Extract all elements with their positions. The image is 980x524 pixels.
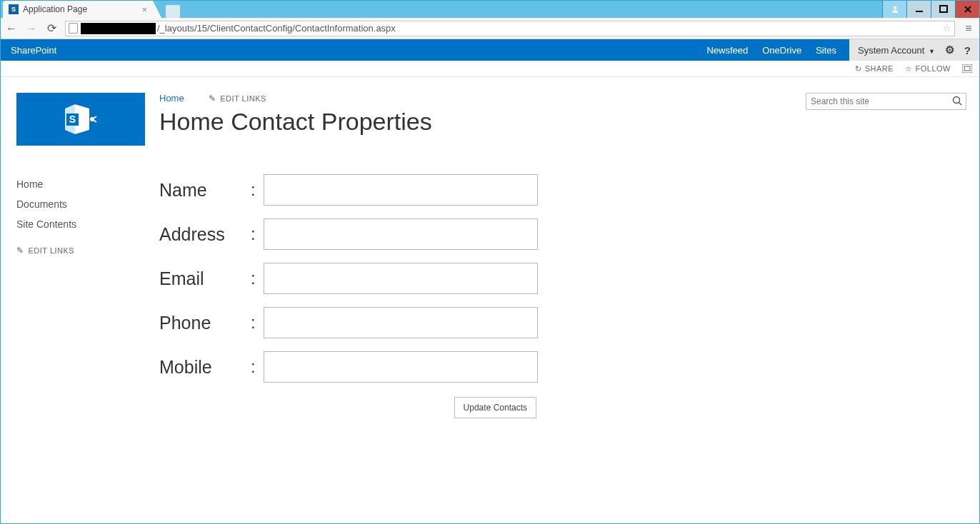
input-name[interactable] xyxy=(264,174,538,206)
url-path: /_layouts/15/ClientContactConfig/Contact… xyxy=(157,23,396,34)
label-email: Email xyxy=(159,268,251,289)
window-maximize-button[interactable] xyxy=(931,1,955,18)
main-content: Home ✎ EDIT LINKS Home Contact Propertie… xyxy=(151,77,979,523)
window-buttons xyxy=(882,1,979,18)
suite-link-sites[interactable]: Sites xyxy=(816,45,836,56)
suite-right-panel: System Account ▼ ⚙ ? xyxy=(849,39,979,61)
input-mobile[interactable] xyxy=(264,351,538,383)
page-icon xyxy=(69,23,78,34)
form-row-email: Email : xyxy=(159,263,966,294)
contact-form: Name : Address : Email : Phone : xyxy=(159,174,966,418)
share-button[interactable]: ↻ SHARE xyxy=(855,64,894,74)
focus-content-icon[interactable] xyxy=(962,64,972,73)
site-logo[interactable]: S xyxy=(16,93,145,146)
form-row-phone: Phone : xyxy=(159,307,966,338)
browser-toolbar: ← → ⟳ /_layouts/15/ClientContactConfig/C… xyxy=(1,18,979,39)
pencil-icon: ✎ xyxy=(209,94,216,104)
follow-label: FOLLOW xyxy=(916,64,951,73)
address-bar[interactable]: /_layouts/15/ClientContactConfig/Contact… xyxy=(65,21,955,36)
svg-rect-1 xyxy=(916,11,923,12)
svg-text:S: S xyxy=(69,114,76,125)
browser-tab[interactable]: S Application Page × xyxy=(3,1,153,18)
quick-launch: Home Documents Site Contents ✎ EDIT LINK… xyxy=(16,174,151,256)
svg-point-0 xyxy=(893,6,896,9)
suite-brand[interactable]: SharePoint xyxy=(11,45,56,56)
form-row-name: Name : xyxy=(159,174,966,206)
help-icon[interactable]: ? xyxy=(964,44,971,56)
topnav-edit-links[interactable]: ✎ EDIT LINKS xyxy=(209,94,266,104)
suite-bar: SharePoint Newsfeed OneDrive Sites Syste… xyxy=(1,39,979,61)
suite-link-newsfeed[interactable]: Newsfeed xyxy=(706,45,748,56)
browser-user-icon[interactable] xyxy=(882,1,906,18)
svg-point-10 xyxy=(954,97,960,104)
nav-item-home[interactable]: Home xyxy=(16,174,151,194)
nav-edit-links-label: EDIT LINKS xyxy=(29,246,75,255)
gear-icon[interactable]: ⚙ xyxy=(945,44,954,56)
input-email[interactable] xyxy=(264,263,538,294)
svg-rect-3 xyxy=(962,64,972,73)
follow-button[interactable]: ☆ FOLLOW xyxy=(905,64,951,74)
topnav-edit-links-label: EDIT LINKS xyxy=(220,94,266,103)
label-phone: Phone xyxy=(159,313,251,333)
account-label: System Account xyxy=(858,45,924,56)
browser-menu-icon[interactable]: ≡ xyxy=(962,22,975,35)
suite-link-onedrive[interactable]: OneDrive xyxy=(762,45,801,56)
label-mobile: Mobile xyxy=(159,357,251,378)
chevron-down-icon: ▼ xyxy=(929,48,935,55)
promoted-actions-bar: ↻ SHARE ☆ FOLLOW xyxy=(1,61,979,77)
window-titlebar: S Application Page × xyxy=(1,1,979,18)
window-minimize-button[interactable] xyxy=(906,1,931,18)
nav-item-documents[interactable]: Documents xyxy=(16,194,151,214)
back-icon[interactable]: ← xyxy=(5,22,18,35)
label-name: Name xyxy=(159,180,251,201)
form-row-mobile: Mobile : xyxy=(159,351,966,383)
nav-edit-links[interactable]: ✎ EDIT LINKS xyxy=(16,246,151,256)
tab-close-icon[interactable]: × xyxy=(141,4,147,15)
search-input[interactable] xyxy=(806,93,966,110)
new-tab-button[interactable] xyxy=(166,5,180,18)
sharepoint-favicon: S xyxy=(9,4,19,14)
form-row-address: Address : xyxy=(159,218,966,250)
star-icon: ☆ xyxy=(905,64,913,74)
label-address: Address xyxy=(159,224,251,245)
window-close-button[interactable] xyxy=(955,1,979,18)
tab-title: Application Page xyxy=(23,4,87,14)
share-icon: ↻ xyxy=(855,64,862,74)
share-label: SHARE xyxy=(865,64,894,73)
account-menu[interactable]: System Account ▼ xyxy=(858,45,935,56)
input-address[interactable] xyxy=(264,218,538,250)
breadcrumb-home[interactable]: Home xyxy=(159,93,184,104)
svg-rect-4 xyxy=(964,66,970,71)
left-column: S Home Documents Site Contents ✎ EDIT LI… xyxy=(1,77,151,523)
page-title: Home Contact Properties xyxy=(159,108,966,136)
url-redacted-host xyxy=(81,23,156,34)
forward-icon[interactable]: → xyxy=(25,22,38,35)
pencil-icon: ✎ xyxy=(16,246,24,256)
svg-line-11 xyxy=(959,103,962,106)
site-search xyxy=(806,93,966,110)
svg-rect-2 xyxy=(940,6,947,12)
input-phone[interactable] xyxy=(264,307,538,338)
search-icon[interactable] xyxy=(952,96,962,109)
update-contacts-button[interactable]: Update Contacts xyxy=(454,397,536,418)
bookmark-star-icon[interactable]: ☆ xyxy=(943,23,951,34)
reload-icon[interactable]: ⟳ xyxy=(45,21,58,35)
nav-item-site-contents[interactable]: Site Contents xyxy=(16,214,151,234)
